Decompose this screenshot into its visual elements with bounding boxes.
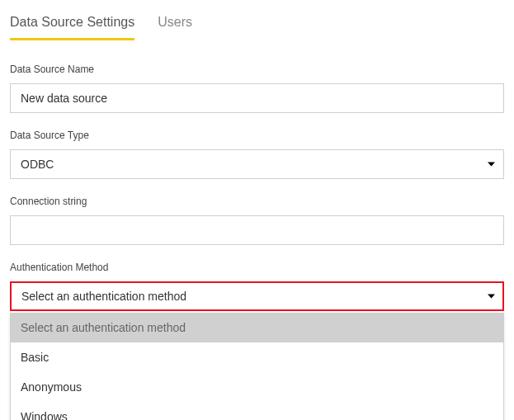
label-data-source-type: Data Source Type (10, 130, 504, 141)
select-authentication-method[interactable]: Select an authentication method (10, 281, 504, 311)
select-data-source-type[interactable]: ODBC (10, 149, 504, 179)
field-group-connection-string: Connection string (10, 196, 504, 245)
label-data-source-name: Data Source Name (10, 64, 504, 75)
label-connection-string: Connection string (10, 196, 504, 207)
tab-data-source-settings[interactable]: Data Source Settings (10, 10, 134, 40)
field-group-authentication-method: Authentication Method Select an authenti… (10, 262, 504, 311)
dropdown-option-placeholder[interactable]: Select an authentication method (11, 313, 503, 342)
tab-bar: Data Source Settings Users (10, 10, 504, 40)
select-wrap-data-source-type: ODBC (10, 149, 504, 179)
tab-users[interactable]: Users (158, 10, 192, 40)
label-authentication-method: Authentication Method (10, 262, 504, 273)
dropdown-option-windows[interactable]: Windows (11, 402, 503, 420)
field-group-data-source-type: Data Source Type ODBC (10, 130, 504, 179)
select-wrap-authentication-method: Select an authentication method Select a… (10, 281, 504, 311)
field-group-data-source-name: Data Source Name (10, 64, 504, 113)
dropdown-option-basic[interactable]: Basic (11, 342, 503, 372)
input-connection-string[interactable] (10, 215, 504, 245)
dropdown-authentication-method: Select an authentication method Basic An… (10, 313, 504, 420)
dropdown-option-anonymous[interactable]: Anonymous (11, 372, 503, 402)
input-data-source-name[interactable] (10, 83, 504, 113)
